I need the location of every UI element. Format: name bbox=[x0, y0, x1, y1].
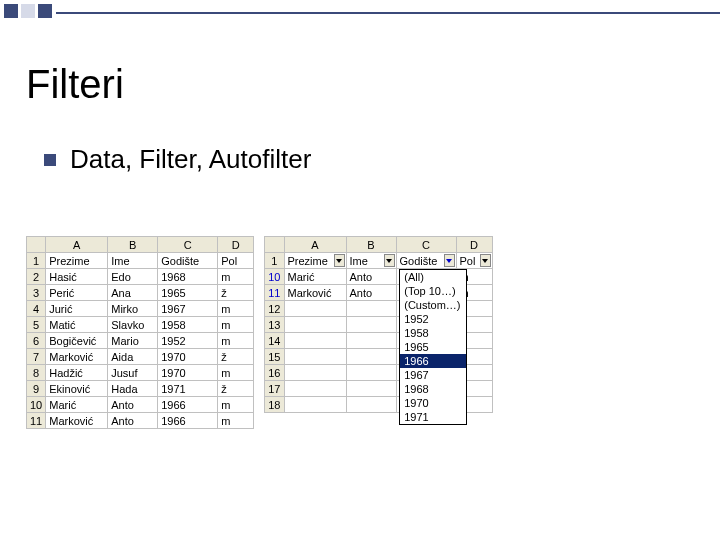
col-header-a[interactable]: A bbox=[46, 237, 108, 253]
cell[interactable]: Jusuf bbox=[108, 365, 158, 381]
cell[interactable]: Mirko bbox=[108, 301, 158, 317]
row-header[interactable]: 3 bbox=[27, 285, 46, 301]
cell[interactable] bbox=[284, 349, 346, 365]
dropdown-item[interactable]: 1971 bbox=[400, 410, 466, 424]
filter-dropdown-icon[interactable] bbox=[480, 254, 491, 267]
cell[interactable]: Hada bbox=[108, 381, 158, 397]
dropdown-item[interactable]: 1970 bbox=[400, 396, 466, 410]
cell[interactable]: m bbox=[218, 317, 254, 333]
select-all-corner[interactable] bbox=[27, 237, 46, 253]
cell[interactable]: Marković bbox=[284, 285, 346, 301]
row-header[interactable]: 13 bbox=[265, 317, 284, 333]
filter-header-ime[interactable]: Ime bbox=[346, 253, 396, 269]
row-header[interactable]: 2 bbox=[27, 269, 46, 285]
dropdown-item[interactable]: 1958 bbox=[400, 326, 466, 340]
cell[interactable]: 1970 bbox=[158, 349, 218, 365]
cell[interactable]: Jurić bbox=[46, 301, 108, 317]
dropdown-item[interactable]: 1968 bbox=[400, 382, 466, 396]
cell[interactable]: 1952 bbox=[158, 333, 218, 349]
row-header[interactable]: 11 bbox=[27, 413, 46, 429]
dropdown-item-selected[interactable]: 1966 bbox=[400, 354, 466, 368]
row-header[interactable]: 15 bbox=[265, 349, 284, 365]
cell[interactable]: Anto bbox=[346, 269, 396, 285]
cell[interactable]: 1965 bbox=[158, 285, 218, 301]
row-header[interactable]: 14 bbox=[265, 333, 284, 349]
select-all-corner[interactable] bbox=[265, 237, 284, 253]
row-header[interactable]: 6 bbox=[27, 333, 46, 349]
cell[interactable] bbox=[346, 333, 396, 349]
cell[interactable]: Matić bbox=[46, 317, 108, 333]
col-header-a[interactable]: A bbox=[284, 237, 346, 253]
cell[interactable]: Edo bbox=[108, 269, 158, 285]
cell[interactable]: Anto bbox=[108, 397, 158, 413]
cell[interactable] bbox=[346, 397, 396, 413]
row-header[interactable]: 16 bbox=[265, 365, 284, 381]
cell[interactable]: Prezime bbox=[46, 253, 108, 269]
cell[interactable]: Ekinović bbox=[46, 381, 108, 397]
cell[interactable] bbox=[346, 349, 396, 365]
row-header[interactable]: 1 bbox=[27, 253, 46, 269]
autofilter-dropdown[interactable]: (All) (Top 10…) (Custom…) 1952 1958 1965… bbox=[399, 269, 467, 425]
cell[interactable]: ž bbox=[218, 349, 254, 365]
cell[interactable] bbox=[346, 365, 396, 381]
filter-header-godiste[interactable]: Godište bbox=[396, 253, 456, 269]
dropdown-item[interactable]: 1965 bbox=[400, 340, 466, 354]
row-header[interactable]: 5 bbox=[27, 317, 46, 333]
cell[interactable]: 1958 bbox=[158, 317, 218, 333]
cell[interactable]: Aida bbox=[108, 349, 158, 365]
row-header[interactable]: 17 bbox=[265, 381, 284, 397]
row-header[interactable]: 4 bbox=[27, 301, 46, 317]
cell[interactable]: Godište bbox=[158, 253, 218, 269]
cell[interactable]: Anto bbox=[108, 413, 158, 429]
col-header-d[interactable]: D bbox=[218, 237, 254, 253]
cell[interactable]: Ime bbox=[108, 253, 158, 269]
filter-header-pol[interactable]: Pol bbox=[456, 253, 492, 269]
cell[interactable]: Slavko bbox=[108, 317, 158, 333]
col-header-d[interactable]: D bbox=[456, 237, 492, 253]
cell[interactable]: ž bbox=[218, 285, 254, 301]
row-header[interactable]: 11 bbox=[265, 285, 284, 301]
cell[interactable]: m bbox=[218, 301, 254, 317]
cell[interactable]: ž bbox=[218, 381, 254, 397]
dropdown-item[interactable]: 1967 bbox=[400, 368, 466, 382]
col-header-c[interactable]: C bbox=[396, 237, 456, 253]
cell[interactable]: Hadžić bbox=[46, 365, 108, 381]
cell[interactable]: Marković bbox=[46, 413, 108, 429]
cell[interactable]: m bbox=[218, 269, 254, 285]
cell[interactable]: m bbox=[218, 397, 254, 413]
cell[interactable]: 1966 bbox=[158, 397, 218, 413]
cell[interactable]: 1971 bbox=[158, 381, 218, 397]
cell[interactable]: Bogičević bbox=[46, 333, 108, 349]
cell[interactable] bbox=[284, 301, 346, 317]
cell[interactable]: 1970 bbox=[158, 365, 218, 381]
cell[interactable]: Hasić bbox=[46, 269, 108, 285]
cell[interactable] bbox=[346, 381, 396, 397]
dropdown-item[interactable]: (Custom…) bbox=[400, 298, 466, 312]
cell[interactable]: m bbox=[218, 413, 254, 429]
cell[interactable] bbox=[284, 397, 346, 413]
cell[interactable]: Perić bbox=[46, 285, 108, 301]
cell[interactable]: m bbox=[218, 365, 254, 381]
cell[interactable] bbox=[284, 381, 346, 397]
col-header-b[interactable]: B bbox=[108, 237, 158, 253]
cell[interactable]: 1968 bbox=[158, 269, 218, 285]
cell[interactable]: Marić bbox=[46, 397, 108, 413]
cell[interactable]: 1966 bbox=[158, 413, 218, 429]
row-header[interactable]: 10 bbox=[27, 397, 46, 413]
cell[interactable] bbox=[284, 365, 346, 381]
cell[interactable]: Anto bbox=[346, 285, 396, 301]
row-header[interactable]: 8 bbox=[27, 365, 46, 381]
cell[interactable]: m bbox=[218, 333, 254, 349]
cell[interactable] bbox=[346, 301, 396, 317]
row-header[interactable]: 9 bbox=[27, 381, 46, 397]
cell[interactable]: Marković bbox=[46, 349, 108, 365]
cell[interactable]: Marić bbox=[284, 269, 346, 285]
cell[interactable] bbox=[284, 333, 346, 349]
row-header[interactable]: 12 bbox=[265, 301, 284, 317]
cell[interactable]: 1967 bbox=[158, 301, 218, 317]
row-header[interactable]: 1 bbox=[265, 253, 284, 269]
filter-dropdown-icon[interactable] bbox=[384, 254, 395, 267]
filter-header-prezime[interactable]: Prezime bbox=[284, 253, 346, 269]
cell[interactable]: Ana bbox=[108, 285, 158, 301]
cell[interactable] bbox=[346, 317, 396, 333]
